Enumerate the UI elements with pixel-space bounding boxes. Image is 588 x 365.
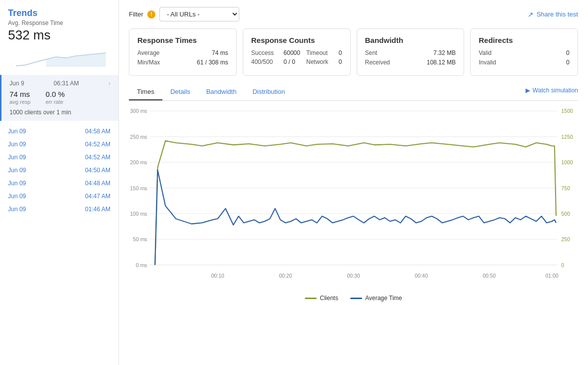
filter-label: Filter [129, 10, 143, 18]
selected-date: Jun 9 [9, 80, 24, 87]
svg-text:00:10: 00:10 [211, 273, 224, 279]
svg-marker-0 [46, 53, 106, 67]
history-date: Jun 09 [8, 141, 26, 148]
tab-bandwidth[interactable]: Bandwidth [198, 84, 245, 100]
err-label: 400/500 [251, 58, 278, 65]
err-val: 0 / 0 [284, 58, 300, 65]
clients-info: 1000 clients over 1 min [9, 109, 110, 116]
history-date: Jun 09 [8, 167, 26, 174]
sidebar-value: 532 ms [8, 27, 110, 43]
filter-select[interactable]: - All URLs - [159, 7, 239, 21]
network-val: 0 [339, 58, 342, 65]
selected-run[interactable]: Jun 9 06:31 AM › 74 ms avg resp 0.0 % er… [0, 75, 118, 121]
sidebar-header: Trends Avg. Response Time 532 ms [0, 8, 118, 73]
redirects-title: Redirects [479, 36, 570, 44]
minmax-val: 61 / 308 ms [197, 59, 228, 66]
svg-text:500: 500 [562, 211, 571, 217]
history-item[interactable]: Jun 0904:52 AM [0, 138, 118, 151]
sidebar-title: Trends [8, 8, 110, 18]
history-item[interactable]: Jun 0901:46 AM [0, 203, 118, 216]
history-time: 04:47 AM [85, 193, 110, 200]
invalid-val: 0 [566, 59, 570, 66]
share-button[interactable]: ↗ Share this test [528, 10, 578, 18]
svg-text:200 ms: 200 ms [130, 160, 147, 165]
bandwidth-card: Bandwidth Sent 7.32 MB Received 108.12 M… [357, 28, 465, 76]
svg-text:150 ms: 150 ms [130, 186, 147, 191]
share-icon: ↗ [528, 10, 534, 18]
timeout-val: 0 [339, 49, 342, 56]
history-date: Jun 09 [8, 206, 26, 213]
avg-resp-value: 74 ms [9, 90, 30, 98]
top-bar: Filter ! - All URLs - ↗ Share this test [129, 7, 578, 21]
average-label: Average [137, 49, 159, 56]
svg-text:250 ms: 250 ms [130, 134, 147, 140]
sent-label: Sent [365, 49, 378, 56]
err-rate-value: 0.0 % [45, 90, 64, 98]
history-item[interactable]: Jun 0904:50 AM [0, 164, 118, 177]
history-time: 04:58 AM [85, 128, 110, 135]
tab-times[interactable]: Times [129, 84, 162, 100]
tab-details[interactable]: Details [162, 84, 198, 100]
history-item[interactable]: Jun 0904:48 AM [0, 177, 118, 190]
history-time: 01:46 AM [85, 206, 110, 213]
svg-text:250: 250 [562, 237, 571, 242]
clients-legend-item: Clients [305, 295, 338, 302]
err-rate-metric: 0.0 % err rate [45, 90, 64, 105]
chart-legend: Clients Average Time [129, 295, 578, 302]
avg-time-legend-item: Average Time [350, 295, 402, 302]
response-times-title: Response Times [137, 36, 228, 44]
redirects-card: Redirects Valid 0 Invalid 0 [470, 28, 578, 76]
selected-time: 06:31 AM [53, 80, 79, 87]
filter-section: Filter ! - All URLs - [129, 7, 239, 21]
play-icon: ▶ [526, 87, 530, 94]
stats-cards: Response Times Average 74 ms Min/Max 61 … [129, 28, 578, 76]
svg-text:0: 0 [562, 263, 565, 268]
received-label: Received [365, 59, 390, 66]
bandwidth-title: Bandwidth [365, 36, 456, 44]
tabs-bar: TimesDetailsBandwidthDistribution ▶ Watc… [129, 84, 578, 101]
svg-text:1000: 1000 [562, 160, 573, 165]
history-date: Jun 09 [8, 180, 26, 187]
avg-time-legend-label: Average Time [365, 295, 402, 302]
average-val: 74 ms [212, 49, 228, 56]
svg-text:00:40: 00:40 [415, 273, 428, 279]
avg-resp-metric: 74 ms avg resp [9, 90, 30, 105]
chevron-right-icon: › [108, 80, 110, 87]
history-time: 04:50 AM [85, 167, 110, 174]
avg-resp-label: avg resp [9, 99, 30, 105]
minmax-label: Min/Max [137, 59, 160, 66]
clients-legend-label: Clients [320, 295, 338, 302]
svg-text:750: 750 [562, 186, 571, 191]
history-item[interactable]: Jun 0904:47 AM [0, 190, 118, 203]
main-content: Filter ! - All URLs - ↗ Share this test … [119, 0, 588, 365]
timeout-label: Timeout [306, 49, 333, 56]
tab-distribution[interactable]: Distribution [244, 84, 293, 100]
history-date: Jun 09 [8, 154, 26, 161]
sidebar-subtitle: Avg. Response Time [8, 19, 110, 26]
history-item[interactable]: Jun 0904:52 AM [0, 151, 118, 164]
main-chart-svg: 300 ms 250 ms 200 ms 150 ms 100 ms 50 ms… [129, 106, 578, 291]
received-val: 108.12 MB [427, 59, 456, 66]
svg-text:01:00: 01:00 [546, 273, 559, 279]
history-item[interactable]: Jun 0904:58 AM [0, 125, 118, 138]
svg-text:100 ms: 100 ms [130, 211, 147, 217]
response-counts-title: Response Counts [251, 36, 342, 44]
share-label: Share this test [537, 10, 578, 18]
sidebar: Trends Avg. Response Time 532 ms Jun 9 0… [0, 0, 119, 365]
svg-text:0 ms: 0 ms [136, 263, 147, 268]
history-list: Jun 0904:58 AMJun 0904:52 AMJun 0904:52 … [0, 125, 118, 216]
response-times-card: Response Times Average 74 ms Min/Max 61 … [129, 28, 237, 76]
invalid-label: Invalid [479, 59, 496, 66]
svg-text:300 ms: 300 ms [130, 108, 147, 114]
valid-label: Valid [479, 49, 492, 56]
svg-text:50 ms: 50 ms [133, 237, 147, 242]
history-time: 04:52 AM [85, 141, 110, 148]
tabs: TimesDetailsBandwidthDistribution [129, 84, 293, 100]
valid-val: 0 [566, 49, 570, 56]
info-icon[interactable]: ! [147, 10, 155, 18]
success-label: Success [251, 49, 278, 56]
svg-text:00:20: 00:20 [279, 273, 292, 279]
history-time: 04:48 AM [85, 180, 110, 187]
watch-simulation-button[interactable]: ▶ Watch simulation [526, 87, 578, 98]
err-rate-label: err rate [45, 99, 64, 105]
